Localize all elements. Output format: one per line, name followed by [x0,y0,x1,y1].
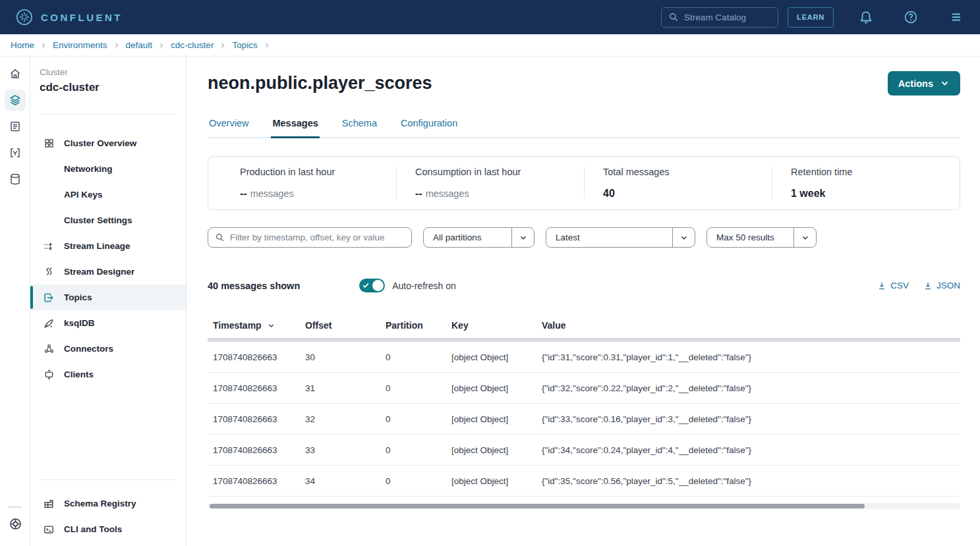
actions-button[interactable]: Actions [888,71,960,96]
document-icon[interactable] [5,116,26,137]
breadcrumb-environments[interactable]: Environments [53,40,107,50]
sidebar-divider [40,114,177,115]
sidebar-item-ksqldb[interactable]: ksqlDB [30,310,186,336]
breadcrumb-home[interactable]: Home [11,40,34,50]
sidebar-item-cluster-settings[interactable]: Cluster Settings [30,207,186,233]
download-csv-link[interactable]: CSV [877,281,909,290]
auto-refresh-label: Auto-refresh on [392,281,456,291]
message-filter-row: All partitions Latest Max 50 results [208,227,960,248]
sidebar-item-label: Clients [64,369,94,379]
home-icon[interactable] [5,63,26,84]
cell-key: [object Object] [446,352,536,362]
connectors-icon [42,343,55,354]
search-icon [668,12,679,22]
icon-rail [0,57,30,546]
database-icon[interactable] [5,169,26,190]
rail-divider [9,506,22,508]
help-icon[interactable] [904,10,918,24]
table-row[interactable]: 1708740826663 30 0 [object Object] {"id"… [208,342,960,373]
sidebar-item-cli-and-tools[interactable]: CLI and Tools [30,516,186,542]
column-header-partition: Partition [380,320,446,331]
column-header-timestamp[interactable]: Timestamp [208,320,300,331]
table-header-row: Timestamp Offset Partition Key Value [208,313,960,338]
cell-partition: 0 [380,476,446,486]
message-filter-search[interactable] [208,227,412,248]
sidebar-item-label: CLI and Tools [64,524,122,534]
download-json-link[interactable]: JSON [923,281,960,290]
cell-offset: 33 [300,445,380,455]
cell-timestamp: 1708740826663 [208,445,300,455]
tab-overview[interactable]: Overview [208,118,250,137]
topic-stats-card: Production in last hour --messages Consu… [208,156,960,210]
cell-value: {"id":31,"score":0.31,"player_id":1,"__d… [536,352,960,362]
chevron-right-icon [40,42,47,49]
support-globe-icon[interactable] [5,513,26,534]
horizontal-scrollbar [208,503,960,509]
sidebar-item-label: Networking [64,164,113,174]
cell-offset: 32 [300,414,380,424]
confluent-brand[interactable]: CONFLUENT [16,9,123,26]
sidebar-item-api-keys[interactable]: API Keys [30,182,186,207]
designer-icon [42,266,55,277]
cell-timestamp: 1708740826663 [208,476,300,486]
partition-select[interactable]: All partitions [423,227,534,248]
schema-registry-icon [42,498,55,510]
table-row[interactable]: 1708740826663 34 0 [object Object] {"id"… [208,466,960,497]
table-row[interactable]: 1708740826663 31 0 [object Object] {"id"… [208,373,960,404]
stream-catalog-input[interactable] [684,13,771,22]
sidebar-item-label: Stream Designer [64,267,134,277]
stream-catalog-search[interactable] [661,7,778,28]
result-limit-select[interactable]: Max 50 results [706,227,817,248]
download-icon [923,281,933,290]
cluster-name: cdc-cluster [40,81,186,94]
column-header-key: Key [446,320,536,331]
tab-configuration[interactable]: Configuration [399,118,459,137]
sidebar-item-schema-registry[interactable]: Schema Registry [30,491,186,516]
scrollbar-thumb[interactable] [210,504,865,508]
auto-refresh-toggle[interactable] [359,279,385,292]
sidebar-item-label: Connectors [64,344,113,354]
cell-key: [object Object] [446,476,536,486]
notifications-bell-icon[interactable] [859,10,873,24]
tab-schema[interactable]: Schema [341,118,378,137]
sidebar-item-label: Cluster Settings [64,215,132,225]
hamburger-menu-icon[interactable] [948,9,964,25]
sidebar-divider [40,479,177,480]
table-row[interactable]: 1708740826663 32 0 [object Object] {"id"… [208,404,960,435]
messages-table: Timestamp Offset Partition Key Value 170… [208,313,960,509]
grid-icon [42,138,55,149]
table-row[interactable]: 1708740826663 33 0 [object Object] {"id"… [208,435,960,466]
breadcrumb-topics[interactable]: Topics [232,40,257,50]
message-filter-input[interactable] [230,232,405,242]
breadcrumb-cdc-cluster[interactable]: cdc-cluster [171,40,214,50]
lineage-icon [42,240,55,252]
ksqldb-icon [42,317,55,329]
message-toolbar: 40 messages shown Auto-refresh on CSV [208,279,960,292]
cell-partition: 0 [380,383,446,393]
sidebar-item-clients[interactable]: Clients [30,362,186,387]
sidebar-item-connectors[interactable]: Connectors [30,336,186,362]
cell-partition: 0 [380,352,446,362]
environment-stack-icon[interactable] [5,90,26,111]
sidebar-section-label: Cluster [40,67,186,77]
learn-button[interactable]: LEARN [788,7,834,28]
cell-partition: 0 [380,445,446,455]
sidebar-item-stream-designer[interactable]: Stream Designer [30,259,186,285]
stream-map-icon[interactable] [5,142,26,163]
offset-order-select[interactable]: Latest [546,227,695,248]
cell-timestamp: 1708740826663 [208,383,300,393]
sidebar-item-networking[interactable]: Networking [30,156,186,182]
messages-shown-count: 40 messages shown [208,281,300,291]
toggle-knob [372,280,384,291]
breadcrumb-default[interactable]: default [126,40,153,50]
sidebar-footer: Schema Registry CLI and Tools [30,460,186,542]
sidebar-item-topics[interactable]: Topics [30,285,186,310]
confluent-logo-icon [16,9,33,26]
sidebar-item-cluster-overview[interactable]: Cluster Overview [30,130,186,156]
tab-messages[interactable]: Messages [271,118,319,138]
topic-tabs: Overview Messages Schema Configuration [208,118,960,138]
download-icon [877,281,886,290]
cell-value: {"id":32,"score":0.22,"player_id":2,"__d… [536,383,960,393]
sidebar-item-stream-lineage[interactable]: Stream Lineage [30,233,186,259]
search-icon [215,232,225,242]
